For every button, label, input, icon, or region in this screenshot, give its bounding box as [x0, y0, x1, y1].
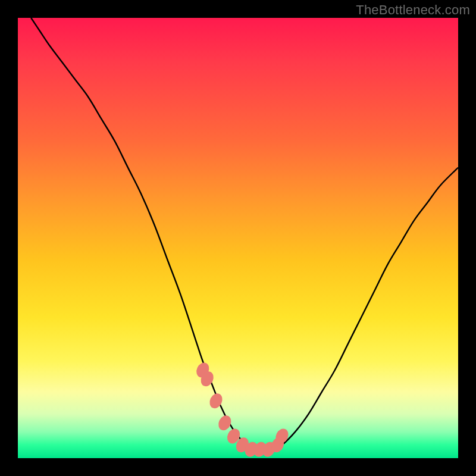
plot-area	[18, 18, 458, 458]
chart-frame: TheBottleneck.com	[0, 0, 476, 476]
chart-svg	[18, 18, 458, 458]
watermark-text: TheBottleneck.com	[356, 2, 470, 18]
trough-markers	[194, 361, 290, 458]
marker-point	[216, 414, 233, 433]
bottleneck-curve	[31, 18, 458, 450]
